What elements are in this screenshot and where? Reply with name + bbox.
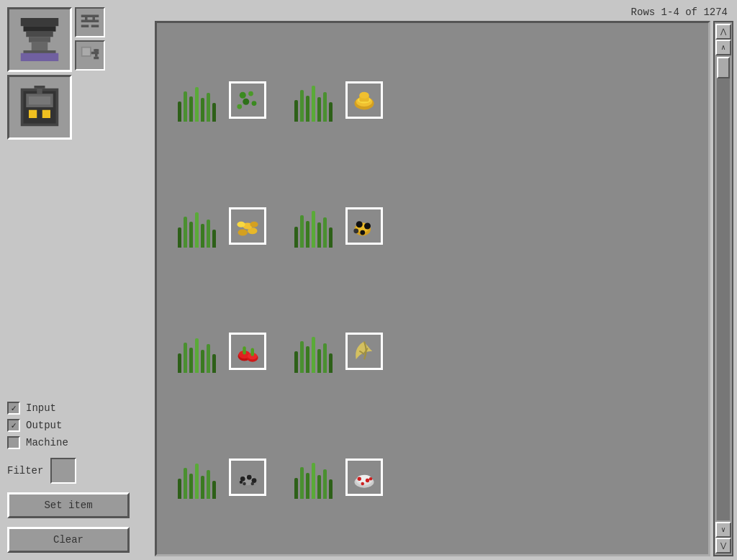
recipe-row-4 xyxy=(178,456,687,499)
item-slot-2-2[interactable] xyxy=(345,207,383,245)
black-seeds-icon xyxy=(351,213,377,239)
output-label: Output xyxy=(26,420,62,431)
machine-checkbox-row: Machine xyxy=(7,436,144,449)
item-slot-3-2[interactable] xyxy=(345,333,383,370)
grass-sprite-2 xyxy=(295,78,331,122)
svg-point-47 xyxy=(353,228,358,233)
block-arrow-icon xyxy=(80,45,100,66)
svg-rect-0 xyxy=(21,18,59,26)
recipe-grid xyxy=(155,21,710,556)
item-slot-1-2[interactable] xyxy=(345,81,383,119)
tool-slot-2[interactable] xyxy=(75,40,105,71)
scroll-down[interactable]: ∨ xyxy=(715,522,731,538)
scroll-up-icon: ∧ xyxy=(721,43,725,52)
recipe-row-2 xyxy=(178,204,687,248)
recipe-pair-1-2 xyxy=(295,78,383,122)
svg-rect-8 xyxy=(81,20,99,23)
svg-point-31 xyxy=(237,104,242,109)
grass-sprite-7 xyxy=(178,456,214,499)
anvil-icon xyxy=(18,18,61,61)
item-slot-4-1[interactable] xyxy=(229,459,266,496)
svg-rect-53 xyxy=(251,348,255,356)
scroll-bot-bot[interactable]: ⋁ xyxy=(715,538,731,554)
grass-sprite-3 xyxy=(178,204,214,248)
recipe-row-1 xyxy=(178,78,687,122)
grass-sprite-4 xyxy=(295,204,331,248)
svg-point-57 xyxy=(247,474,252,479)
svg-point-59 xyxy=(243,482,246,486)
svg-rect-4 xyxy=(32,42,48,50)
svg-point-46 xyxy=(360,230,365,235)
svg-rect-11 xyxy=(85,17,88,22)
scroll-thumb[interactable] xyxy=(717,57,730,78)
scroll-top-top-icon: ⋀ xyxy=(720,27,726,36)
input-label: Input xyxy=(26,402,56,414)
svg-point-67 xyxy=(361,482,365,486)
svg-point-30 xyxy=(252,101,257,106)
svg-point-28 xyxy=(248,91,253,96)
scrollbar: ⋀ ∧ ∨ ⋁ xyxy=(713,21,733,556)
input-checkbox[interactable] xyxy=(7,402,20,415)
svg-rect-17 xyxy=(94,49,99,52)
svg-rect-23 xyxy=(29,110,37,118)
svg-rect-12 xyxy=(93,17,96,22)
scroll-down-icon: ∨ xyxy=(721,525,725,534)
leaf-icon xyxy=(351,338,377,364)
item-boxes-area xyxy=(7,7,144,140)
svg-point-41 xyxy=(250,221,258,227)
machine-slot[interactable] xyxy=(7,75,72,140)
filter-row: Filter xyxy=(7,458,144,484)
svg-point-45 xyxy=(364,222,371,229)
filter-label: Filter xyxy=(7,465,43,477)
svg-rect-26 xyxy=(35,86,45,89)
scroll-track xyxy=(717,57,730,520)
gold-dust-icon-1 xyxy=(351,87,377,113)
item-slot-3-1[interactable] xyxy=(229,333,266,370)
recipe-pair-3-1 xyxy=(178,330,266,373)
svg-rect-3 xyxy=(29,37,50,42)
clear-button[interactable]: Clear xyxy=(7,527,130,553)
row-count-text: Rows 1-4 of 1274 xyxy=(631,6,728,18)
svg-rect-1 xyxy=(24,26,56,32)
output-checkbox[interactable] xyxy=(7,419,20,432)
scroll-bot-bot-icon: ⋁ xyxy=(720,541,726,550)
svg-rect-52 xyxy=(243,347,246,355)
recipe-pair-4-2 xyxy=(295,456,383,499)
crafting-table-slot[interactable] xyxy=(7,7,72,72)
svg-rect-22 xyxy=(29,96,50,104)
svg-rect-14 xyxy=(83,48,91,56)
svg-point-27 xyxy=(240,92,246,99)
machine-row xyxy=(7,75,144,140)
scroll-top-top[interactable]: ⋀ xyxy=(715,24,731,40)
gold-nuggets-icon xyxy=(235,213,261,239)
recipe-pair-2-1 xyxy=(178,204,266,248)
svg-point-61 xyxy=(240,480,243,484)
recipe-pair-3-2 xyxy=(295,330,383,373)
input-checkbox-row: Input xyxy=(7,402,144,415)
grass-sprite-6 xyxy=(295,330,331,373)
grass-sprite-8 xyxy=(295,456,331,499)
red-pepper-icon xyxy=(235,338,261,364)
machine-checkbox[interactable] xyxy=(7,436,20,449)
black-dust-icon xyxy=(235,464,261,490)
filter-slot[interactable] xyxy=(50,458,76,484)
seeds-icon-1 xyxy=(235,87,261,113)
item-slot-1-1[interactable] xyxy=(229,81,266,119)
recipe-pair-2-2 xyxy=(295,204,383,248)
svg-point-29 xyxy=(243,99,249,105)
item-slot-2-1[interactable] xyxy=(229,207,266,245)
svg-point-44 xyxy=(356,221,363,227)
scroll-up[interactable]: ∧ xyxy=(715,40,731,55)
tool-slot-1[interactable] xyxy=(75,7,105,37)
left-panel: Input Output Machine Filter Set item Cle… xyxy=(0,0,151,560)
main-area: Rows 1-4 of 1274 xyxy=(151,0,737,560)
item-slot-4-2[interactable] xyxy=(345,459,383,496)
svg-rect-9 xyxy=(81,25,89,28)
grass-sprite-1 xyxy=(178,78,214,122)
svg-rect-18 xyxy=(94,57,99,60)
set-item-button[interactable]: Set item xyxy=(7,492,130,518)
grass-sprite-5 xyxy=(178,330,214,373)
svg-point-60 xyxy=(251,482,255,486)
svg-point-37 xyxy=(238,229,248,235)
machine-label: Machine xyxy=(26,437,68,448)
